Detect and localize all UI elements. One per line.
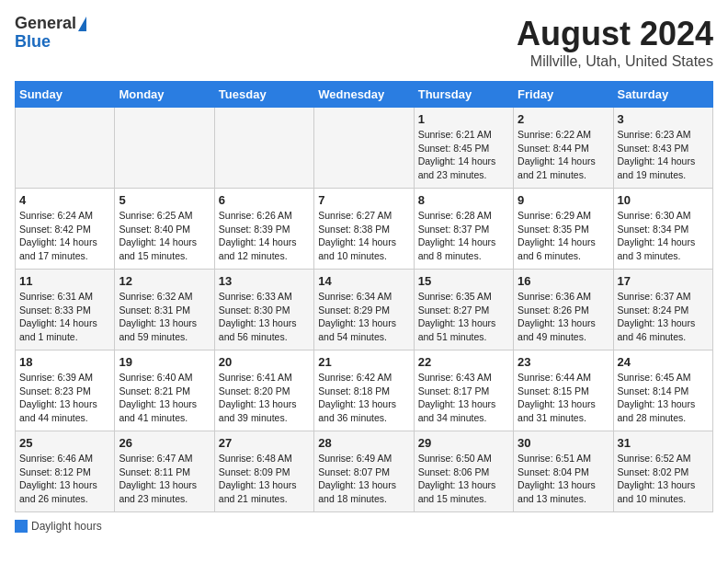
calendar-cell: 31Sunrise: 6:52 AM Sunset: 8:02 PM Dayli…	[613, 431, 712, 512]
day-of-week-header: Tuesday	[214, 82, 313, 108]
day-info: Sunrise: 6:44 AM Sunset: 8:15 PM Dayligh…	[518, 371, 609, 425]
calendar-week-row: 18Sunrise: 6:39 AM Sunset: 8:23 PM Dayli…	[16, 350, 713, 431]
day-info: Sunrise: 6:37 AM Sunset: 8:24 PM Dayligh…	[618, 290, 709, 344]
calendar-cell	[314, 108, 414, 189]
day-info: Sunrise: 6:46 AM Sunset: 8:12 PM Dayligh…	[19, 452, 110, 506]
day-number: 27	[219, 436, 310, 450]
calendar-cell: 15Sunrise: 6:35 AM Sunset: 8:27 PM Dayli…	[414, 270, 513, 350]
day-number: 29	[418, 436, 509, 450]
calendar-cell: 8Sunrise: 6:28 AM Sunset: 8:37 PM Daylig…	[414, 189, 513, 270]
calendar-cell: 9Sunrise: 6:29 AM Sunset: 8:35 PM Daylig…	[514, 189, 613, 270]
day-info: Sunrise: 6:45 AM Sunset: 8:14 PM Dayligh…	[618, 371, 709, 425]
calendar-cell: 28Sunrise: 6:49 AM Sunset: 8:07 PM Dayli…	[314, 431, 414, 512]
calendar-cell: 25Sunrise: 6:46 AM Sunset: 8:12 PM Dayli…	[16, 431, 115, 512]
day-number: 13	[219, 274, 310, 288]
day-info: Sunrise: 6:30 AM Sunset: 8:34 PM Dayligh…	[618, 209, 709, 263]
day-info: Sunrise: 6:47 AM Sunset: 8:11 PM Dayligh…	[119, 452, 210, 506]
day-info: Sunrise: 6:24 AM Sunset: 8:42 PM Dayligh…	[19, 209, 110, 263]
day-number: 20	[219, 355, 310, 369]
day-number: 3	[618, 112, 709, 126]
calendar-cell: 7Sunrise: 6:27 AM Sunset: 8:38 PM Daylig…	[314, 189, 414, 270]
calendar-cell: 24Sunrise: 6:45 AM Sunset: 8:14 PM Dayli…	[613, 350, 712, 431]
calendar-cell: 26Sunrise: 6:47 AM Sunset: 8:11 PM Dayli…	[115, 431, 214, 512]
legend-color-box	[15, 520, 28, 533]
day-number: 5	[119, 193, 210, 207]
day-number: 26	[119, 436, 210, 450]
day-number: 9	[518, 193, 609, 207]
day-number: 24	[618, 355, 709, 369]
day-of-week-header: Sunday	[16, 82, 115, 108]
day-info: Sunrise: 6:21 AM Sunset: 8:45 PM Dayligh…	[418, 128, 509, 182]
day-info: Sunrise: 6:52 AM Sunset: 8:02 PM Dayligh…	[618, 452, 709, 506]
calendar-cell: 23Sunrise: 6:44 AM Sunset: 8:15 PM Dayli…	[514, 350, 613, 431]
day-info: Sunrise: 6:27 AM Sunset: 8:38 PM Dayligh…	[318, 209, 409, 263]
calendar-cell: 13Sunrise: 6:33 AM Sunset: 8:30 PM Dayli…	[214, 270, 313, 350]
calendar-cell: 18Sunrise: 6:39 AM Sunset: 8:23 PM Dayli…	[16, 350, 115, 431]
calendar-cell: 27Sunrise: 6:48 AM Sunset: 8:09 PM Dayli…	[214, 431, 313, 512]
day-info: Sunrise: 6:41 AM Sunset: 8:20 PM Dayligh…	[219, 371, 310, 425]
calendar-cell: 17Sunrise: 6:37 AM Sunset: 8:24 PM Dayli…	[613, 270, 712, 350]
calendar-cell	[16, 108, 115, 189]
logo: General Blue	[15, 15, 86, 52]
day-info: Sunrise: 6:28 AM Sunset: 8:37 PM Dayligh…	[418, 209, 509, 263]
calendar-header-row: SundayMondayTuesdayWednesdayThursdayFrid…	[16, 82, 713, 108]
calendar-cell	[115, 108, 214, 189]
day-number: 30	[518, 436, 609, 450]
calendar-cell: 14Sunrise: 6:34 AM Sunset: 8:29 PM Dayli…	[314, 270, 414, 350]
day-info: Sunrise: 6:50 AM Sunset: 8:06 PM Dayligh…	[418, 452, 509, 506]
day-info: Sunrise: 6:51 AM Sunset: 8:04 PM Dayligh…	[518, 452, 609, 506]
day-number: 4	[19, 193, 110, 207]
logo-general-text: General	[15, 15, 76, 33]
calendar-table: SundayMondayTuesdayWednesdayThursdayFrid…	[15, 81, 713, 512]
day-info: Sunrise: 6:35 AM Sunset: 8:27 PM Dayligh…	[418, 290, 509, 344]
day-number: 10	[618, 193, 709, 207]
day-number: 1	[418, 112, 509, 126]
day-number: 2	[518, 112, 609, 126]
day-number: 12	[119, 274, 210, 288]
day-info: Sunrise: 6:25 AM Sunset: 8:40 PM Dayligh…	[119, 209, 210, 263]
legend-label: Daylight hours	[31, 520, 102, 533]
footer: Daylight hours	[15, 520, 713, 533]
day-number: 16	[518, 274, 609, 288]
day-number: 28	[318, 436, 409, 450]
day-number: 25	[19, 436, 110, 450]
sub-title: Millville, Utah, United States	[517, 53, 713, 70]
calendar-cell: 3Sunrise: 6:23 AM Sunset: 8:43 PM Daylig…	[613, 108, 712, 189]
day-info: Sunrise: 6:49 AM Sunset: 8:07 PM Dayligh…	[318, 452, 409, 506]
calendar-cell: 22Sunrise: 6:43 AM Sunset: 8:17 PM Dayli…	[414, 350, 513, 431]
day-info: Sunrise: 6:36 AM Sunset: 8:26 PM Dayligh…	[518, 290, 609, 344]
calendar-cell: 11Sunrise: 6:31 AM Sunset: 8:33 PM Dayli…	[16, 270, 115, 350]
day-number: 17	[618, 274, 709, 288]
legend-item: Daylight hours	[15, 520, 102, 533]
day-info: Sunrise: 6:42 AM Sunset: 8:18 PM Dayligh…	[318, 371, 409, 425]
calendar-week-row: 4Sunrise: 6:24 AM Sunset: 8:42 PM Daylig…	[16, 189, 713, 270]
day-info: Sunrise: 6:33 AM Sunset: 8:30 PM Dayligh…	[219, 290, 310, 344]
day-number: 7	[318, 193, 409, 207]
calendar-cell: 10Sunrise: 6:30 AM Sunset: 8:34 PM Dayli…	[613, 189, 712, 270]
day-info: Sunrise: 6:23 AM Sunset: 8:43 PM Dayligh…	[618, 128, 709, 182]
day-number: 18	[19, 355, 110, 369]
calendar-cell: 1Sunrise: 6:21 AM Sunset: 8:45 PM Daylig…	[414, 108, 513, 189]
day-number: 22	[418, 355, 509, 369]
day-info: Sunrise: 6:32 AM Sunset: 8:31 PM Dayligh…	[119, 290, 210, 344]
calendar-cell: 5Sunrise: 6:25 AM Sunset: 8:40 PM Daylig…	[115, 189, 214, 270]
calendar-cell: 20Sunrise: 6:41 AM Sunset: 8:20 PM Dayli…	[214, 350, 313, 431]
day-info: Sunrise: 6:40 AM Sunset: 8:21 PM Dayligh…	[119, 371, 210, 425]
logo-triangle-icon	[78, 17, 86, 31]
day-number: 31	[618, 436, 709, 450]
calendar-week-row: 11Sunrise: 6:31 AM Sunset: 8:33 PM Dayli…	[16, 270, 713, 350]
page-header: General Blue August 2024 Millville, Utah…	[15, 15, 713, 70]
calendar-week-row: 25Sunrise: 6:46 AM Sunset: 8:12 PM Dayli…	[16, 431, 713, 512]
calendar-cell: 6Sunrise: 6:26 AM Sunset: 8:39 PM Daylig…	[214, 189, 313, 270]
calendar-week-row: 1Sunrise: 6:21 AM Sunset: 8:45 PM Daylig…	[16, 108, 713, 189]
day-info: Sunrise: 6:26 AM Sunset: 8:39 PM Dayligh…	[219, 209, 310, 263]
main-title: August 2024	[517, 15, 713, 53]
calendar-cell: 16Sunrise: 6:36 AM Sunset: 8:26 PM Dayli…	[514, 270, 613, 350]
calendar-cell: 19Sunrise: 6:40 AM Sunset: 8:21 PM Dayli…	[115, 350, 214, 431]
calendar-cell: 2Sunrise: 6:22 AM Sunset: 8:44 PM Daylig…	[514, 108, 613, 189]
calendar-cell: 29Sunrise: 6:50 AM Sunset: 8:06 PM Dayli…	[414, 431, 513, 512]
calendar-cell: 30Sunrise: 6:51 AM Sunset: 8:04 PM Dayli…	[514, 431, 613, 512]
day-of-week-header: Saturday	[613, 82, 712, 108]
day-number: 11	[19, 274, 110, 288]
day-info: Sunrise: 6:34 AM Sunset: 8:29 PM Dayligh…	[318, 290, 409, 344]
